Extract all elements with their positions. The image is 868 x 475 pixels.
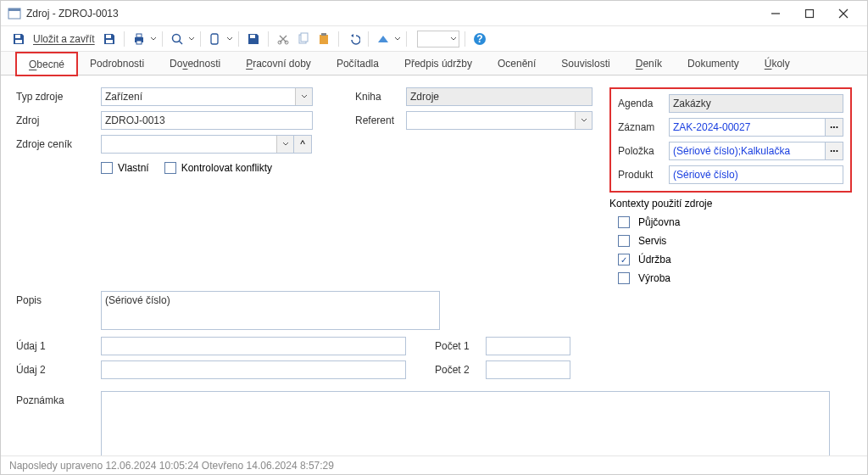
tab-podrobnosti[interactable]: Podrobnosti bbox=[77, 52, 157, 75]
tab-souvislosti[interactable]: Souvislosti bbox=[548, 52, 622, 75]
minimize-button[interactable] bbox=[759, 2, 793, 25]
print-dropdown-icon[interactable] bbox=[150, 36, 157, 42]
flag-dropdown-icon[interactable] bbox=[394, 36, 401, 42]
context-row: Servis bbox=[609, 232, 852, 250]
attach-icon[interactable] bbox=[206, 30, 225, 48]
zoom-dropdown-icon[interactable] bbox=[188, 36, 195, 42]
konflikty-checkbox[interactable] bbox=[164, 162, 176, 174]
referent-select[interactable] bbox=[406, 111, 593, 130]
udaj2-label: Údaj 2 bbox=[16, 364, 101, 376]
zdroje-cenik-select[interactable] bbox=[101, 135, 294, 154]
context-checkbox-půjčovna[interactable] bbox=[618, 216, 630, 228]
produkt-label: Produkt bbox=[618, 169, 669, 181]
typ-zdroje-select[interactable]: Zařízení bbox=[101, 87, 313, 106]
tab-obecn-[interactable]: Obecné bbox=[16, 53, 77, 75]
svg-rect-16 bbox=[250, 35, 255, 38]
context-label: Půjčovna bbox=[638, 216, 680, 228]
zdroj-input[interactable]: ZDROJ-0013 bbox=[101, 111, 313, 130]
pocet2-label: Počet 2 bbox=[435, 364, 486, 376]
tab-den-k[interactable]: Deník bbox=[623, 52, 675, 75]
save3-icon[interactable] bbox=[244, 30, 263, 48]
context-label: Údržba bbox=[638, 254, 671, 265]
agenda-label: Agenda bbox=[618, 98, 669, 109]
referent-label: Referent bbox=[355, 115, 406, 126]
svg-rect-11 bbox=[136, 34, 142, 37]
poznamka-label: Poznámka bbox=[16, 391, 101, 455]
save-icon[interactable] bbox=[9, 30, 28, 48]
produkt-input[interactable]: (Sériové číslo) bbox=[669, 165, 843, 184]
polozka-label: Položka bbox=[618, 145, 669, 157]
app-window: Zdroj - ZDROJ-0013 Uložit a zavřít ? bbox=[0, 0, 868, 475]
svg-rect-21 bbox=[320, 35, 328, 44]
toolbar: Uložit a zavřít ? bbox=[1, 26, 867, 52]
zoom-icon[interactable] bbox=[168, 30, 186, 48]
tab-pracovn-doby[interactable]: Pracovní doby bbox=[233, 52, 324, 75]
zaznam-input[interactable]: ZAK-2024-00027 bbox=[669, 118, 826, 137]
udaj2-input[interactable] bbox=[101, 360, 406, 379]
cenik-expand-button[interactable]: ^ bbox=[293, 135, 312, 154]
konflikty-label: Kontrolovat konflikty bbox=[181, 162, 272, 174]
titlebar: Zdroj - ZDROJ-0013 bbox=[1, 1, 867, 26]
pocet1-label: Počet 1 bbox=[435, 340, 486, 352]
svg-rect-12 bbox=[136, 41, 142, 44]
context-row: Výroba bbox=[609, 269, 852, 288]
svg-rect-3 bbox=[806, 9, 814, 17]
chevron-down-icon bbox=[276, 136, 293, 153]
undo-icon[interactable] bbox=[344, 30, 363, 48]
tab-p-edpis-dr-by[interactable]: Předpis údržby bbox=[392, 52, 485, 75]
context-label: Výroba bbox=[638, 272, 670, 284]
typ-zdroje-label: Typ zdroje bbox=[16, 91, 101, 103]
form-body: Typ zdroje Zařízení Zdroj ZDROJ-0013 Zdr… bbox=[1, 75, 867, 455]
tab--koly[interactable]: Úkoly bbox=[752, 52, 803, 75]
help-icon[interactable]: ? bbox=[470, 30, 489, 48]
kniha-field: Zdroje bbox=[406, 87, 593, 106]
udaj1-label: Údaj 1 bbox=[16, 340, 101, 352]
polozka-browse-button[interactable]: ··· bbox=[825, 142, 843, 160]
svg-rect-20 bbox=[301, 33, 308, 42]
zaznam-browse-button[interactable]: ··· bbox=[825, 118, 843, 137]
print-icon[interactable] bbox=[130, 30, 148, 48]
app-icon bbox=[8, 7, 21, 20]
close-button[interactable] bbox=[826, 2, 860, 25]
attach-dropdown-icon[interactable] bbox=[226, 36, 233, 42]
paste-icon[interactable] bbox=[314, 30, 333, 48]
context-row: Půjčovna bbox=[609, 213, 852, 232]
tab-dokumenty[interactable]: Dokumenty bbox=[675, 52, 752, 75]
context-checkbox-údržba[interactable] bbox=[618, 254, 630, 265]
toolbar-combo[interactable] bbox=[417, 31, 459, 48]
maximize-button[interactable] bbox=[793, 2, 826, 25]
highlight-agenda-box: Agenda Zakázky Záznam ZAK-2024-00027 ···… bbox=[609, 87, 852, 193]
context-row: Údržba bbox=[609, 250, 852, 269]
cut-icon[interactable] bbox=[274, 30, 292, 48]
vlastni-label: Vlastní bbox=[118, 162, 149, 174]
tab-ocen-n-[interactable]: Ocenění bbox=[485, 52, 548, 75]
popis-textarea[interactable]: (Sériové číslo) bbox=[101, 291, 440, 330]
zaznam-label: Záznam bbox=[618, 121, 669, 133]
status-text: Naposledy upraveno 12.06.2024 10:05:24 O… bbox=[9, 460, 334, 472]
tab-po-tadla[interactable]: Počítadla bbox=[324, 52, 392, 75]
chevron-down-icon bbox=[575, 112, 592, 129]
copy-icon[interactable] bbox=[294, 30, 313, 48]
flag-icon[interactable] bbox=[374, 30, 392, 48]
svg-rect-6 bbox=[15, 35, 20, 38]
svg-rect-8 bbox=[106, 35, 111, 38]
context-checkbox-výroba[interactable] bbox=[618, 272, 630, 284]
save-close-button[interactable]: Uložit a zavřít bbox=[33, 33, 95, 45]
typ-zdroje-value: Zařízení bbox=[105, 91, 142, 103]
polozka-input[interactable]: (Sériové číslo);Kalkulačka bbox=[669, 142, 826, 160]
save-icon-2[interactable] bbox=[100, 30, 119, 48]
tab-dovednosti[interactable]: Dovednosti bbox=[157, 52, 233, 75]
svg-rect-1 bbox=[8, 8, 20, 11]
zdroje-cenik-label: Zdroje ceník bbox=[16, 138, 101, 150]
udaj1-input[interactable] bbox=[101, 337, 406, 355]
window-title: Zdroj - ZDROJ-0013 bbox=[26, 8, 119, 20]
context-checkbox-servis[interactable] bbox=[618, 235, 630, 247]
zdroj-label: Zdroj bbox=[16, 115, 101, 126]
pocet1-input[interactable] bbox=[486, 337, 570, 355]
pocet2-input[interactable] bbox=[486, 360, 570, 379]
svg-rect-7 bbox=[15, 40, 22, 43]
kontexty-label: Kontexty použití zdroje bbox=[609, 194, 852, 213]
poznamka-textarea[interactable] bbox=[101, 391, 830, 455]
vlastni-checkbox[interactable] bbox=[101, 162, 113, 174]
agenda-field: Zakázky bbox=[669, 94, 843, 113]
